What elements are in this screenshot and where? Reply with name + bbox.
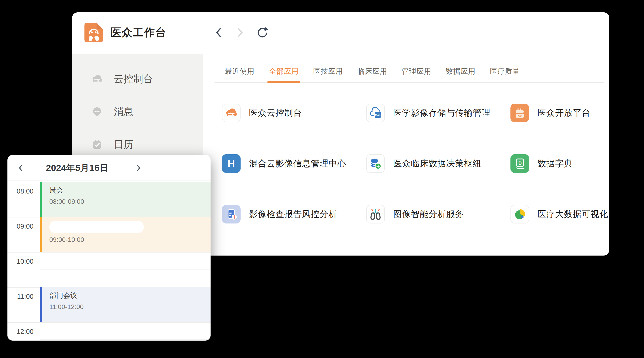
- hour-line: [8, 322, 210, 323]
- lungs-icon: [369, 207, 382, 221]
- chevron-left-icon: [18, 163, 24, 173]
- back-button[interactable]: [212, 26, 224, 38]
- app-label: 医疗大数据可视化: [538, 208, 608, 220]
- app-logo-icon: [84, 22, 104, 43]
- app-item-image-ai-analysis[interactable]: 图像智能分析服务: [366, 205, 510, 223]
- forward-button[interactable]: [234, 26, 246, 38]
- chevron-right-icon: [236, 26, 244, 38]
- database-plus-icon: [369, 157, 382, 170]
- app-label: 医众开放平台: [538, 107, 590, 119]
- svg-text:D: D: [518, 161, 522, 166]
- tab-data-apps[interactable]: 数据应用: [446, 66, 476, 76]
- sidebar-item-messages[interactable]: 消息: [72, 95, 203, 128]
- app-label: 医众云控制台: [249, 107, 302, 119]
- tab-management-apps[interactable]: 管理应用: [402, 66, 431, 76]
- report-alert-icon: [224, 207, 238, 221]
- window-header: 医众工作台: [72, 12, 609, 53]
- half-hour-line: [40, 269, 210, 270]
- event-title-redacted: [49, 221, 144, 233]
- event-title: 部门会议: [49, 287, 210, 300]
- tab-all-apps[interactable]: 全部应用: [269, 66, 299, 76]
- tab-medtech-apps[interactable]: 医技应用: [313, 66, 343, 76]
- app-item-open-platform[interactable]: </> 医众开放平台: [510, 104, 609, 122]
- app-item-hybrid-cloud-imaging[interactable]: H 混合云影像信息管理中心: [222, 154, 366, 173]
- half-hour-line: [40, 340, 210, 340]
- event-time: 08:00-09:00: [49, 195, 210, 205]
- app-label: 图像智能分析服务: [393, 208, 464, 220]
- app-item-clinical-data-hub[interactable]: 医众临床数据决策枢纽: [366, 154, 510, 173]
- cloud-mos-icon: Mos: [369, 106, 382, 120]
- book-d-icon: D: [513, 157, 526, 170]
- cloud-sliders-icon: [91, 73, 103, 85]
- app-item-data-dictionary[interactable]: D 数据字典: [510, 154, 609, 173]
- calendar-header: 2024年5月16日: [8, 155, 210, 181]
- calendar-event-morning-meeting[interactable]: 晨会 08:00-09:00: [40, 182, 210, 217]
- app-item-image-storage[interactable]: Mos 医学影像存储与传输管理: [366, 104, 510, 122]
- event-title: 晨会: [49, 182, 210, 195]
- calendar-day-view: 08:00 09:00 10:00 11:00 12:00 晨会 08:00-0…: [8, 181, 210, 340]
- time-label: 12:00: [8, 328, 34, 336]
- calendar-next-day-button[interactable]: [130, 155, 146, 181]
- calendar-panel: 2024年5月16日 08:00 09:00 10:00 11:00 12:00…: [8, 155, 210, 341]
- app-label: 医众临床数据决策枢纽: [393, 158, 482, 169]
- tab-clinical-apps[interactable]: 临床应用: [357, 66, 387, 76]
- svg-text:Mos: Mos: [375, 113, 381, 116]
- time-label: 08:00: [8, 187, 34, 195]
- time-label: 10:00: [8, 258, 34, 265]
- hour-line: [8, 252, 210, 253]
- code-window-icon: </>: [513, 106, 526, 120]
- tab-quality[interactable]: 医疗质量: [490, 66, 520, 76]
- app-item-big-data-visualization[interactable]: 医疗大数据可视化: [510, 205, 609, 223]
- calendar-check-icon: [91, 139, 103, 151]
- browser-nav: [212, 26, 268, 38]
- calendar-event-department-meeting[interactable]: 部门会议 11:00-12:00: [40, 287, 210, 322]
- svg-text:</>: </>: [518, 114, 522, 118]
- chevron-left-icon: [214, 26, 222, 38]
- content-area: 最近使用 全部应用 医技应用 临床应用 管理应用 数据应用 医疗质量: [203, 54, 609, 256]
- calendar-event-redacted[interactable]: 09:00-10:00: [40, 217, 210, 252]
- chevron-right-icon: [136, 163, 141, 173]
- event-time: 09:00-10:00: [49, 233, 210, 243]
- tab-recent[interactable]: 最近使用: [225, 66, 254, 76]
- letter-h-icon: H: [228, 158, 235, 169]
- app-item-cloud-console[interactable]: 医众云控制台: [222, 104, 366, 122]
- sidebar-item-label: 消息: [114, 105, 133, 118]
- cloud-sliders-icon: [224, 106, 238, 120]
- message-bubble-icon: [91, 106, 103, 118]
- sidebar-item-label: 云控制台: [114, 72, 153, 85]
- app-label: 数据字典: [538, 158, 573, 169]
- app-item-report-risk-analysis[interactable]: 影像检查报告风控分析: [222, 205, 366, 223]
- app-grid: 医众云控制台 Mos 医学影像存储与传输管理: [222, 104, 609, 256]
- pie-chart-icon: [513, 207, 526, 221]
- time-label: 09:00: [8, 222, 34, 230]
- app-label: 影像检查报告风控分析: [249, 208, 337, 220]
- refresh-icon: [256, 26, 268, 38]
- app-label: 混合云影像信息管理中心: [249, 158, 346, 169]
- calendar-date-title: 2024年5月16日: [35, 155, 119, 181]
- calendar-prev-day-button[interactable]: [12, 155, 29, 181]
- sidebar-item-label: 日历: [114, 138, 133, 151]
- tab-bar: 最近使用 全部应用 医技应用 临床应用 管理应用 数据应用 医疗质量: [214, 54, 604, 83]
- refresh-button[interactable]: [256, 26, 268, 38]
- window-title: 医众工作台: [110, 25, 166, 40]
- app-label: 医学影像存储与传输管理: [393, 107, 490, 119]
- time-label: 11:00: [8, 293, 34, 300]
- sidebar-item-cloud-console[interactable]: 云控制台: [72, 62, 203, 95]
- event-time: 11:00-12:00: [49, 300, 210, 311]
